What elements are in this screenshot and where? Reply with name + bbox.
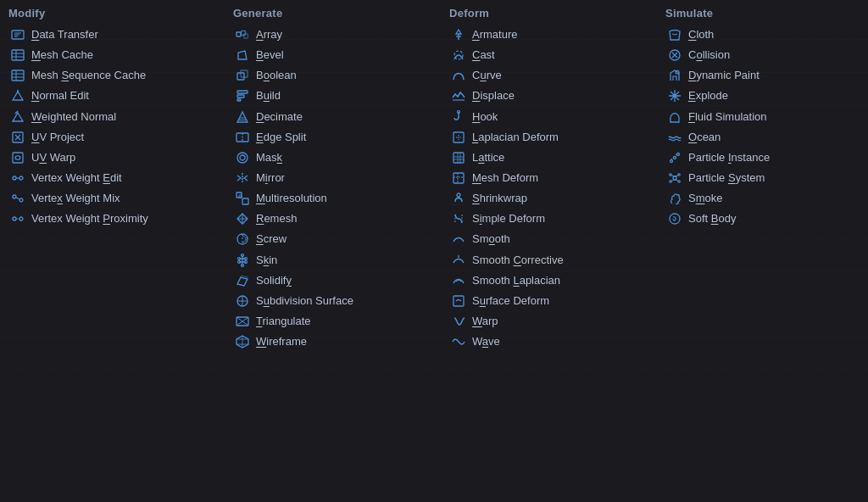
menu-item-cloth[interactable]: Cloth (664, 25, 857, 45)
multiresolution-icon (235, 191, 250, 206)
uv-warp-icon (10, 150, 25, 165)
soft-body-icon (667, 211, 682, 226)
menu-item-subdivision[interactable]: Subdivision Surface (231, 291, 437, 311)
menu-item-data-transfer[interactable]: Data Transfer (7, 25, 221, 45)
menu-item-mesh-cache[interactable]: Mesh Cache (7, 45, 221, 65)
explode-icon (667, 88, 682, 103)
menu-item-particle-system[interactable]: Particle System (664, 168, 857, 188)
menu-item-shrinkwrap[interactable]: Shrinkwrap (448, 188, 654, 209)
menu-item-screw[interactable]: Screw (231, 229, 437, 249)
menu-item-triangulate[interactable]: Triangulate (231, 311, 437, 332)
menu-item-mask[interactable]: Mask (231, 148, 437, 168)
menu-item-cast[interactable]: Cast (448, 45, 654, 65)
menu-item-uv-project[interactable]: UV Project (7, 127, 221, 148)
menu-item-label-vertex-weight-mix: Vertex Weight Mix (31, 190, 120, 207)
menu-item-surface-deform[interactable]: Surface Deform (448, 291, 654, 311)
menu-item-label-build: Build (256, 87, 281, 104)
mesh-cache-icon (10, 47, 25, 63)
menu-item-mirror[interactable]: Mirror (231, 168, 437, 188)
svg-point-61 (678, 174, 680, 176)
collision-icon (667, 47, 682, 63)
column-deform: DeformArmatureCastCurveDisplaceHookLapla… (441, 7, 657, 495)
menu-item-simple-deform[interactable]: Simple Deform (448, 209, 654, 229)
normal-edit-icon (10, 88, 25, 103)
svg-rect-46 (453, 153, 464, 163)
menu-item-mesh-deform[interactable]: Mesh Deform (448, 168, 654, 188)
svg-point-25 (240, 155, 245, 160)
svg-rect-15 (236, 32, 241, 36)
menu-item-smooth-corrective[interactable]: Smooth Corrective (448, 250, 654, 271)
particle-instance-icon (667, 150, 682, 165)
menu-item-hook[interactable]: Hook (448, 107, 654, 127)
menu-item-vertex-weight-edit[interactable]: Vertex Weight Edit (7, 168, 221, 188)
surface-deform-icon (451, 293, 466, 309)
menu-item-curve[interactable]: Curve (448, 65, 654, 86)
triangulate-icon (235, 314, 250, 329)
menu-item-build[interactable]: Build (231, 86, 437, 106)
menu-item-solidify[interactable]: Solidify (231, 271, 437, 291)
smooth-corrective-icon (451, 253, 466, 268)
menu-item-smoke[interactable]: Smoke (664, 188, 857, 209)
menu-item-displace[interactable]: Displace (448, 86, 654, 106)
menu-item-warp[interactable]: Warp (448, 311, 654, 332)
svg-line-12 (16, 198, 19, 199)
menu-item-label-solidify: Solidify (256, 272, 292, 289)
menu-item-label-array: Array (256, 26, 282, 43)
menu-item-label-warp: Warp (472, 313, 498, 330)
menu-item-lattice[interactable]: Lattice (448, 148, 654, 168)
menu-item-weighted-normal[interactable]: Weighted Normal (7, 107, 221, 127)
menu-item-dynamic-paint[interactable]: Dynamic Paint (664, 65, 857, 86)
menu-item-wireframe[interactable]: Wireframe (231, 332, 437, 352)
menu-item-multiresolution[interactable]: Multiresolution (231, 188, 437, 209)
menu-item-armature[interactable]: Armature (448, 25, 654, 45)
cloth-icon (667, 27, 682, 42)
menu-item-smooth[interactable]: Smooth (448, 229, 654, 249)
menu-item-label-hook: Hook (472, 109, 498, 126)
menu-item-mesh-seq-cache[interactable]: Mesh Sequence Cache (7, 65, 221, 86)
svg-point-58 (677, 153, 680, 155)
menu-item-label-laplacian-deform: Laplacian Deform (472, 129, 559, 146)
particle-system-icon (667, 170, 682, 186)
menu-item-soft-body[interactable]: Soft Body (664, 209, 857, 229)
menu-item-label-weighted-normal: Weighted Normal (31, 109, 116, 126)
menu-item-decimate[interactable]: Decimate (231, 107, 437, 127)
svg-point-24 (237, 153, 248, 163)
menu-item-uv-warp[interactable]: UV Warp (7, 148, 221, 168)
menu-item-wave[interactable]: Wave (448, 332, 654, 352)
menu-item-collision[interactable]: Collision (664, 45, 857, 65)
menu-item-vertex-weight-prox[interactable]: Vertex Weight Proximity (7, 209, 221, 229)
svg-point-63 (678, 181, 680, 182)
svg-line-65 (675, 176, 678, 176)
menu-item-smooth-laplacian[interactable]: Smooth Laplacian (448, 271, 654, 291)
mask-icon (235, 150, 250, 165)
menu-item-explode[interactable]: Explode (664, 86, 857, 106)
menu-item-ocean[interactable]: Ocean (664, 127, 857, 148)
menu-item-vertex-weight-mix[interactable]: Vertex Weight Mix (7, 188, 221, 209)
svg-rect-28 (242, 198, 248, 204)
menu-item-remesh[interactable]: Remesh (231, 209, 437, 229)
menu-item-label-smooth-corrective: Smooth Corrective (472, 252, 564, 269)
svg-point-13 (13, 217, 16, 220)
column-generate: GenerateArrayBevelBooleanBuildDecimateEd… (225, 7, 441, 495)
menu-item-skin[interactable]: Skin (231, 250, 437, 271)
menu-item-edge-split[interactable]: Edge Split (231, 127, 437, 148)
menu-item-particle-instance[interactable]: Particle Instance (664, 148, 857, 168)
vertex-weight-mix-icon (10, 191, 25, 206)
uv-project-icon (10, 130, 25, 145)
menu-item-label-multiresolution: Multiresolution (256, 190, 327, 207)
curve-icon (451, 68, 466, 83)
svg-line-64 (671, 176, 675, 176)
menu-item-label-decimate: Decimate (256, 109, 303, 126)
menu-item-label-lattice: Lattice (472, 149, 504, 166)
menu-item-bevel[interactable]: Bevel (231, 45, 437, 65)
svg-point-60 (670, 174, 671, 176)
menu-item-label-mask: Mask (256, 149, 282, 166)
solidify-icon (235, 273, 250, 288)
menu-item-normal-edit[interactable]: Normal Edit (7, 86, 221, 106)
menu-item-fluid-sim[interactable]: Fluid Simulation (664, 107, 857, 127)
menu-item-laplacian-deform[interactable]: Laplacian Deform (448, 127, 654, 148)
displace-icon (451, 88, 466, 103)
menu-item-boolean[interactable]: Boolean (231, 65, 437, 86)
menu-item-array[interactable]: Array (231, 25, 437, 45)
cast-icon (451, 47, 466, 63)
